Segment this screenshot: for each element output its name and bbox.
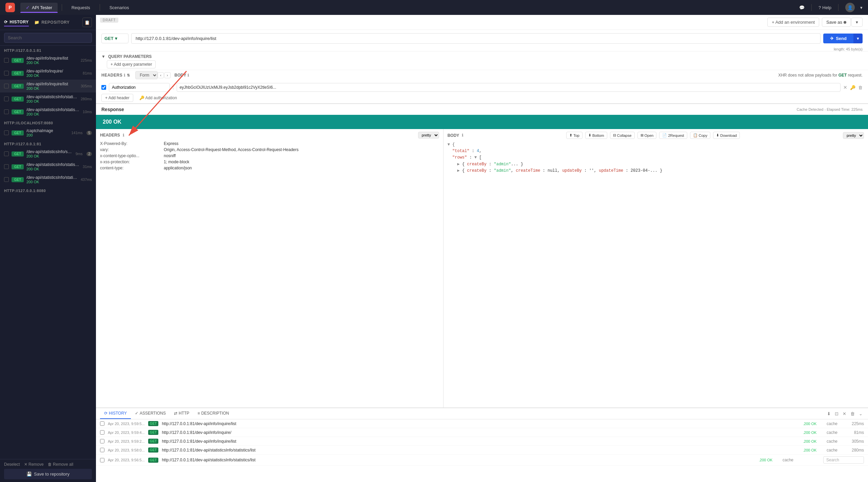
item-checkbox[interactable] [4, 97, 9, 101]
table-row[interactable]: Apr 20, 2023, 9:59:5... GET http://127.0… [96, 419, 868, 428]
add-authorization-button[interactable]: 🔑 Add authorization [136, 94, 180, 102]
item-checkbox[interactable] [4, 130, 9, 135]
list-item[interactable]: GET /dev-api/info/inquire/list 200 OK 30… [0, 80, 96, 92]
panel-resize-button[interactable]: ⊡ [833, 410, 840, 418]
send-dropdown-button[interactable]: ▾ [853, 34, 863, 43]
body-pretty-select[interactable]: pretty raw [843, 132, 864, 139]
list-item[interactable]: GET /captchaImage 200 141ms 5 [0, 126, 96, 139]
table-row[interactable]: Apr 20, 2023, 9:56:5... GET http://127.0… [96, 455, 868, 466]
nav-tab-api-tester[interactable]: ✓ API Tester [20, 3, 58, 12]
bottom-tab-assertions[interactable]: ✓ ASSERTIONS [131, 408, 170, 419]
nav-tab-scenarios[interactable]: Scenarios [104, 3, 135, 12]
json-expand-icon[interactable]: ▼ [448, 142, 450, 147]
copy-button[interactable]: 📋 Copy [690, 132, 711, 139]
item-checkbox[interactable] [4, 71, 9, 76]
item-checkbox[interactable] [4, 164, 9, 169]
header-value-input[interactable] [177, 83, 841, 92]
row-checkbox[interactable] [100, 421, 104, 426]
panel-close-button[interactable]: ✕ [841, 410, 848, 418]
item-status: 200 [26, 133, 68, 137]
panel-download-button[interactable]: ⬇ [826, 410, 832, 418]
send-button[interactable]: ✈ Send [823, 34, 853, 43]
list-item[interactable]: GET /dev-api/info/inquire/list 200 OK 22… [0, 54, 96, 67]
row-checkbox[interactable] [100, 430, 104, 435]
header-key: content-type: [100, 166, 161, 170]
row-checkbox[interactable] [100, 458, 104, 462]
nav-tab-requests[interactable]: Requests [66, 3, 96, 12]
collapse-button[interactable]: ⊟ Collapse [610, 132, 635, 139]
save-as-button[interactable]: Save as [822, 18, 851, 27]
item-checkbox[interactable] [4, 84, 9, 88]
bottom-button[interactable]: ⬇ Bottom [585, 132, 607, 139]
header-key: vary: [100, 147, 161, 152]
bottom-tab-history[interactable]: ⟳ HISTORY [100, 408, 131, 419]
description-tab-icon: ≡ [197, 411, 200, 416]
list-item[interactable]: GET /dev-api/statisticsInfo/statistics/.… [0, 173, 96, 186]
list-item[interactable]: GET /dev-api/statisticsInfo/statistics/.… [0, 160, 96, 173]
form-select[interactable]: Form Raw [135, 71, 158, 79]
download-button[interactable]: ⬇ Download [713, 132, 740, 139]
chat-icon[interactable]: 💬 [799, 5, 805, 10]
top-button[interactable]: ⬆ Top [566, 132, 583, 139]
json-row-expand-2[interactable]: ▶ [457, 168, 459, 173]
table-row[interactable]: Apr 20, 2023, 9:59:2... GET http://127.0… [96, 437, 868, 446]
header-delete-button[interactable]: 🗑 [858, 85, 863, 90]
deselect-button[interactable]: Deselect [4, 462, 20, 467]
remove-all-button[interactable]: 🗑 Remove all [48, 462, 73, 467]
headers-info-icon[interactable]: ℹ [123, 133, 124, 138]
row-time: 305ms [847, 439, 864, 444]
panel-delete-button[interactable]: 🗑 [849, 410, 856, 418]
request-button[interactable]: 📄 2Request [659, 132, 687, 139]
sidebar-tab-repository[interactable]: 📁 REPOSITORY [34, 19, 70, 26]
bottom-tab-http[interactable]: ⇄ HTTP [170, 408, 193, 419]
search-input[interactable] [4, 33, 92, 43]
chevron-down-icon: ▾ [856, 20, 858, 25]
open-button[interactable]: ⊞ Open [637, 132, 657, 139]
url-input[interactable] [131, 33, 821, 44]
item-checkbox[interactable] [4, 109, 9, 114]
header-clear-button[interactable]: ✕ [843, 85, 847, 90]
item-time: 81ms [83, 71, 92, 75]
json-expand-rows[interactable]: ▼ [474, 155, 477, 160]
header-key-input[interactable] [109, 83, 170, 92]
clipboard-button[interactable]: 📋 [82, 18, 92, 27]
json-row-expand-1[interactable]: ▶ [457, 162, 459, 167]
add-query-param-button[interactable]: + Add query parameter [107, 60, 156, 68]
panel-expand-button[interactable]: ⌄ [857, 410, 864, 418]
item-checkbox[interactable] [4, 58, 9, 63]
header-prev-button[interactable]: ‹ [158, 72, 164, 78]
list-item[interactable]: GET /dev-api/statisticsInfo/statistics/.… [0, 92, 96, 105]
table-row[interactable]: Apr 20, 2023, 9:59:4... GET http://127.0… [96, 428, 868, 437]
method-select[interactable]: GET ▾ [101, 34, 129, 43]
pretty-select[interactable]: pretty raw [418, 132, 439, 139]
list-item[interactable]: GET /dev-api/info/inquire/ 200 OK 81ms [0, 67, 96, 80]
list-item[interactable]: GET /dev-api/statisticsInfo/statistics/.… [0, 147, 96, 160]
row-checkbox[interactable] [100, 448, 104, 452]
save-to-repository-button[interactable]: 💾 Save to repository [4, 469, 92, 479]
chevron-down-icon[interactable]: ▾ [860, 5, 863, 10]
remove-button[interactable]: ✕ Remove [24, 462, 44, 467]
bottom-tab-description[interactable]: ≡ DESCRIPTION [193, 408, 233, 419]
add-header-button[interactable]: + Add header [101, 94, 133, 102]
item-checkbox[interactable] [4, 151, 9, 156]
sort-icon[interactable]: ⇅ [127, 73, 130, 78]
header-lock-icon[interactable]: 🔑 [850, 85, 855, 90]
headers-label: HEADERS ℹ ⇅ [101, 70, 130, 80]
item-checkbox[interactable] [4, 177, 9, 182]
header-next-button[interactable]: › [164, 72, 171, 78]
add-environment-button[interactable]: + Add an environment [767, 18, 819, 27]
headers-info-icon[interactable]: ℹ [124, 73, 125, 78]
user-avatar[interactable]: 👤 [845, 3, 855, 12]
save-as-dropdown-button[interactable]: ▾ [851, 18, 863, 27]
collapse-icon[interactable]: ▼ [101, 54, 105, 59]
header-checkbox[interactable] [101, 85, 106, 90]
body-info-icon[interactable]: ℹ [188, 73, 189, 78]
list-item[interactable]: GET /dev-api/statisticsInfo/statistics/.… [0, 105, 96, 118]
sidebar-tab-history[interactable]: ⟳ HISTORY [4, 18, 29, 26]
row-checkbox[interactable] [100, 439, 104, 443]
nav-divider [62, 4, 62, 11]
help-button[interactable]: ? Help [818, 5, 831, 10]
history-search-input[interactable] [823, 456, 864, 464]
body-info-icon[interactable]: ℹ [462, 133, 463, 138]
table-row[interactable]: Apr 20, 2023, 9:58:0... GET http://127.0… [96, 446, 868, 455]
